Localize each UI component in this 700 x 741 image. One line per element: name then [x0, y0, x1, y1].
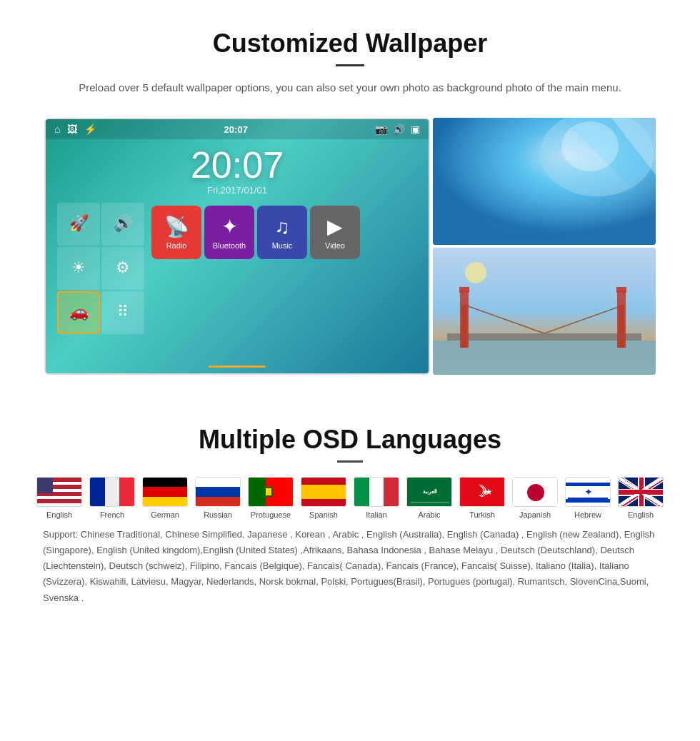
music-icon: ♫: [275, 216, 290, 238]
flag-label-hebrew: Hebrew: [574, 510, 601, 520]
brightness-icon: ☀: [71, 258, 86, 277]
svg-line-31: [619, 478, 664, 507]
app-cell-car[interactable]: 🚗: [57, 291, 100, 334]
right-apps: 📡 Radio ✦ Bluetooth ♫ Music ▶ Video: [144, 203, 360, 334]
rocket-icon: 🚀: [69, 214, 89, 233]
flag-item-russian: Russian: [194, 477, 241, 520]
flag-label-english: English: [46, 510, 72, 520]
flag-label-arabic: Arabic: [418, 510, 440, 520]
home-icon: ⌂: [54, 123, 60, 135]
flag-label-french: French: [100, 510, 124, 520]
svg-point-4: [561, 121, 619, 171]
support-text: Support: Chinese Traditional, Chinese Si…: [36, 527, 664, 605]
svg-line-32: [619, 478, 664, 507]
wallpaper-thumb-bridge[interactable]: [433, 248, 656, 375]
ice-svg: [433, 118, 656, 245]
svg-text:✦: ✦: [584, 486, 593, 498]
bluetooth-app[interactable]: ✦ Bluetooth: [204, 206, 254, 259]
japan-flag-svg: [513, 478, 558, 507]
app-cell-rocket[interactable]: 🚀: [57, 203, 100, 246]
camera-icon: 📷: [375, 123, 387, 135]
svg-text:★: ★: [485, 487, 493, 497]
status-bar: ⌂ 🖼 ⚡ 20:07 📷 🔊 ▣: [46, 119, 429, 139]
osd-divider: [337, 460, 363, 463]
volume-icon: 🔊: [393, 123, 405, 135]
bottom-indicator: [209, 366, 266, 368]
flag-item-spanish: Spanish: [300, 477, 347, 520]
bridge-svg: [433, 248, 656, 375]
speaker-icon: 🔊: [114, 214, 133, 233]
flag-label-spanish: Spanish: [309, 510, 338, 520]
flag-italy: [354, 477, 399, 507]
flag-israel: ✦: [565, 477, 611, 507]
osd-section: Multiple OSD Languages English French Ge…: [0, 396, 700, 620]
flag-item-japanese: Japanish: [511, 477, 559, 520]
app-cell-brightness[interactable]: ☀: [57, 247, 100, 290]
app-cell-apps[interactable]: ⠿: [101, 291, 144, 334]
svg-rect-30: [619, 478, 664, 507]
radio-app[interactable]: 📡 Radio: [151, 206, 201, 259]
svg-rect-28: [566, 499, 611, 503]
wallpaper-title: Customized Wallpaper: [43, 29, 657, 59]
svg-point-25: [527, 484, 544, 501]
flag-arabic: العربية: [406, 477, 452, 507]
apps-icon: ⠿: [117, 303, 129, 321]
wallpaper-thumb-ice[interactable]: [433, 118, 656, 245]
osd-title: Multiple OSD Languages: [36, 425, 664, 455]
svg-line-34: [619, 478, 664, 507]
flag-label-italian: Italian: [366, 510, 386, 520]
svg-rect-37: [619, 490, 664, 495]
flag-japan: [512, 477, 558, 507]
image-icon: 🖼: [67, 123, 77, 135]
flag-item-italian: Italian: [353, 477, 400, 520]
svg-text:العربية: العربية: [423, 488, 437, 495]
flag-france: [89, 477, 135, 507]
svg-rect-15: [616, 287, 626, 293]
svg-rect-12: [460, 291, 469, 348]
svg-line-33: [619, 478, 664, 507]
flag-russia: [195, 477, 241, 507]
arabic-flag-svg: العربية: [407, 478, 452, 507]
wallpaper-section: Customized Wallpaper Preload over 5 defa…: [0, 0, 700, 396]
app-cell-speaker[interactable]: 🔊: [101, 203, 144, 246]
video-icon: ▶: [327, 215, 343, 238]
flag-germany: [142, 477, 188, 507]
flag-item-english: English: [36, 477, 83, 520]
eq-icon: ⚙: [116, 258, 130, 277]
left-apps: 🚀 🔊 ☀ ⚙ 🚗 ⠿: [57, 203, 144, 334]
flag-portugal: [248, 477, 294, 507]
svg-rect-27: [566, 483, 611, 486]
status-time: 20:07: [224, 124, 248, 135]
flag-label-german: German: [151, 510, 179, 520]
screen-icon: ▣: [411, 123, 420, 135]
title-divider: [336, 64, 364, 66]
flag-item-portuguese: Protuguese: [247, 477, 294, 520]
flag-label-turkish: Turkish: [469, 510, 495, 520]
flag-label-portuguese: Protuguese: [251, 510, 291, 520]
radio-icon: 📡: [164, 215, 189, 238]
svg-rect-13: [617, 291, 626, 348]
app-cell-eq[interactable]: ⚙: [101, 247, 144, 290]
flags-row: English French German: [36, 477, 664, 520]
flag-label-english-uk: English: [628, 510, 654, 520]
flag-turkey: ☽ ★: [459, 477, 505, 507]
music-app[interactable]: ♫ Music: [257, 206, 307, 259]
app-grid-area: 🚀 🔊 ☀ ⚙ 🚗 ⠿: [46, 203, 429, 334]
video-app[interactable]: ▶ Video: [310, 206, 360, 259]
svg-point-16: [465, 262, 486, 283]
flag-spain: [301, 477, 346, 507]
svg-text:☽: ☽: [473, 482, 487, 500]
device-screen: ⌂ 🖼 ⚡ 20:07 📷 🔊 ▣ 20:07 Fri,2017/01/01: [44, 118, 430, 375]
clock-date: Fri,2017/01/01: [57, 185, 417, 196]
wallpaper-thumbnails: [433, 118, 656, 375]
usb-icon: ⚡: [84, 123, 96, 135]
svg-rect-19: [407, 503, 452, 507]
svg-rect-24: [513, 478, 558, 507]
car-icon: 🚗: [69, 303, 89, 321]
flag-item-hebrew: ✦ Hebrew: [564, 477, 611, 520]
turkey-flag-svg: ☽ ★: [460, 478, 505, 507]
svg-rect-38: [639, 478, 644, 507]
radio-label: Radio: [166, 241, 187, 250]
video-label: Video: [325, 241, 345, 250]
flag-item-german: German: [141, 477, 189, 520]
